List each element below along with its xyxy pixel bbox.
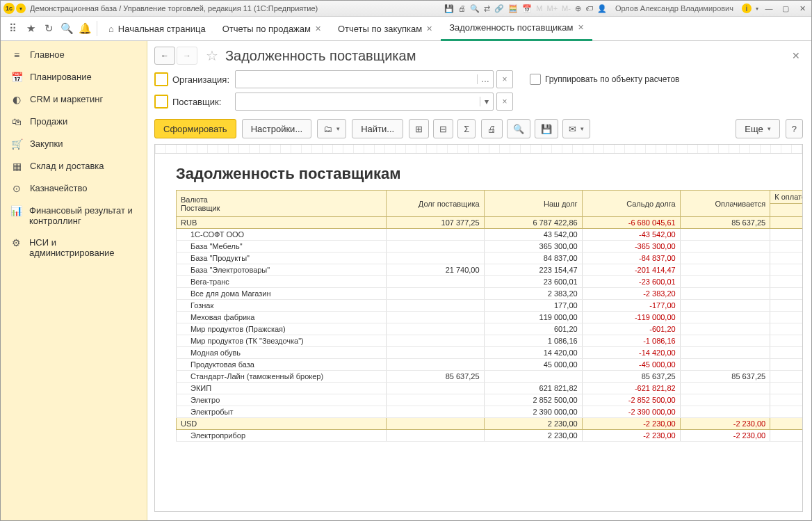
sidebar-item-5[interactable]: ▦Склад и доставка (1, 155, 147, 177)
table-row[interactable]: Модная обувь14 420,00-14 420,0014 420,00 (177, 347, 804, 359)
bell-icon[interactable]: 🔔 (76, 19, 94, 38)
sum-button[interactable]: Σ (457, 119, 476, 138)
page-close-button[interactable]: ✕ (789, 47, 803, 64)
sidebar-icon: ▦ (10, 161, 23, 172)
memory-m-icon[interactable]: M (536, 4, 542, 13)
titlebar: 1c ▾ Демонстрационная база / Управление … (1, 1, 811, 17)
table-row[interactable]: База "Мебель"365 300,00-365 300,00365 30… (177, 241, 804, 253)
supplier-clear-button[interactable]: × (496, 93, 513, 111)
org-select-button[interactable]: … (477, 74, 493, 84)
generate-button[interactable]: Сформировать (154, 119, 236, 138)
table-row[interactable]: Мир продуктов (Пражская)601,20-601,20601… (177, 323, 804, 335)
collapse-button[interactable]: ⊟ (433, 119, 453, 138)
sidebar-item-7[interactable]: 📊Финансовый результат и контроллинг (1, 200, 147, 232)
table-row[interactable]: Все для дома Магазин2 383,20-2 383,202 3… (177, 288, 804, 300)
sidebar-item-4[interactable]: 🛒Закупки (1, 133, 147, 155)
page-title: Задолженность поставщикам (225, 48, 416, 64)
sidebar-item-3[interactable]: 🛍Продажи (1, 111, 147, 133)
save-icon[interactable]: 💾 (444, 4, 454, 13)
memory-mplus-icon[interactable]: M+ (547, 4, 558, 13)
tab-supplier-debt[interactable]: Задолженность поставщикам✕ (441, 16, 592, 41)
org-label: Организация: (172, 74, 235, 85)
nav-back-button[interactable]: ← (154, 47, 175, 65)
table-row[interactable]: Гознак177,00-177,00177,00 (177, 300, 804, 312)
settings-button[interactable]: Настройки... (242, 119, 312, 138)
table-row[interactable]: База "Электротовары"21 740,00223 154,47-… (177, 264, 804, 276)
preview-button[interactable]: 🔍 (507, 119, 530, 138)
table-row[interactable]: USD2 230,00-2 230,00-2 230,002 230,00 (177, 418, 804, 430)
home-icon: ⌂ (108, 24, 114, 34)
table-row[interactable]: Стандарт-Лайн (таможенный брокер)85 637,… (177, 371, 804, 383)
app-menu-dropdown[interactable]: ▾ (16, 3, 26, 13)
zoom-icon[interactable]: ⊕ (575, 4, 581, 13)
compare-icon[interactable]: ⇄ (484, 4, 490, 13)
user-name[interactable]: Орлов Александр Владимирович (615, 4, 733, 13)
tab-purchase-reports[interactable]: Отчеты по закупкам✕ (330, 17, 441, 40)
tab-sales-reports[interactable]: Отчеты по продажам✕ (214, 17, 330, 40)
close-icon[interactable]: ✕ (315, 24, 321, 33)
close-icon[interactable]: ✕ (426, 24, 432, 33)
minimize-button[interactable]: — (763, 4, 775, 13)
sidebar-item-0[interactable]: ≡Главное (1, 44, 147, 66)
link-icon[interactable]: 🔗 (494, 4, 504, 13)
table-row[interactable]: RUB107 377,256 787 422,86-6 680 045,6185… (177, 217, 804, 229)
print-icon[interactable]: 🖨 (458, 4, 466, 13)
supplier-checkbox[interactable] (154, 95, 168, 109)
org-checkbox[interactable] (154, 72, 168, 86)
sidebar-item-8[interactable]: ⚙НСИ и администрирование (1, 232, 147, 264)
supplier-input[interactable] (236, 97, 480, 106)
apps-icon[interactable]: ⠿ (3, 19, 22, 38)
org-combo[interactable]: … (235, 70, 494, 88)
find-button[interactable]: Найти... (352, 119, 403, 138)
main: ← → ☆ Задолженность поставщикам ✕ Органи… (147, 41, 811, 520)
nav-forward-button[interactable]: → (177, 47, 197, 65)
sidebar-icon: ◐ (10, 94, 23, 105)
group-checkbox-wrap[interactable]: Группировать по объекту расчетов (530, 74, 679, 85)
sidebar-item-label: CRM и маркетинг (30, 94, 103, 104)
close-window-button[interactable]: ✕ (796, 4, 809, 13)
org-clear-button[interactable]: × (496, 70, 513, 88)
sidebar-item-6[interactable]: ⊙Казначейство (1, 177, 147, 200)
info-icon[interactable]: i (742, 3, 752, 13)
email-button[interactable]: ✉▾ (562, 119, 590, 138)
supplier-dropdown-button[interactable]: ▾ (480, 97, 493, 106)
sidebar-item-1[interactable]: 📅Планирование (1, 66, 147, 88)
table-row[interactable]: Электроприбор2 230,00-2 230,00-2 230,002… (177, 430, 804, 442)
favorites-icon[interactable]: 🏷 (585, 4, 593, 13)
table-row[interactable]: Электро2 852 500,00-2 852 500,002 868 90… (177, 394, 804, 406)
calc-icon[interactable]: 🧮 (508, 4, 518, 13)
report-area[interactable]: Задолженность поставщикам ВалютаПоставщи… (154, 144, 803, 512)
sidebar-item-2[interactable]: ◐CRM и маркетинг (1, 88, 147, 111)
table-row[interactable]: База "Продукты"84 837,00-84 837,0084 837… (177, 253, 804, 264)
table-row[interactable]: 1С-СОФТ ООО43 542,00-43 542,0043 542,00 (177, 229, 804, 241)
table-row[interactable]: Вега-транс23 600,01-23 600,0123 600,01 (177, 276, 804, 288)
table-row[interactable]: Электробыт2 390 000,00-2 390 000,007 450… (177, 406, 804, 418)
memory-mminus-icon[interactable]: M- (562, 4, 571, 13)
filter-panel: Организация: … × Группировать по объекту… (147, 69, 811, 116)
table-row[interactable]: ЭКИП621 821,82-621 821,82621 821,82 (177, 383, 804, 394)
supplier-combo[interactable]: ▾ (235, 93, 494, 111)
tab-home[interactable]: ⌂ Начальная страница (100, 17, 214, 40)
org-input[interactable] (236, 74, 477, 84)
print-button[interactable]: 🖨 (481, 119, 503, 138)
favorite-star-icon[interactable]: ☆ (206, 47, 218, 64)
search-icon[interactable]: 🔍 (58, 19, 76, 38)
more-button[interactable]: Еще▾ (736, 119, 779, 138)
group-checkbox[interactable] (530, 74, 541, 85)
table-row[interactable]: Меховая фабрика119 000,00-119 000,00119 … (177, 312, 804, 323)
history-icon[interactable]: ↻ (40, 19, 58, 38)
preview-icon[interactable]: 🔍 (470, 4, 480, 13)
help-button[interactable]: ? (786, 119, 803, 138)
calendar-icon[interactable]: 📅 (522, 4, 532, 13)
save-report-button[interactable]: 💾 (535, 119, 558, 138)
star-icon[interactable]: ★ (22, 19, 40, 38)
table-row[interactable]: Мир продуктов (ТК "Звездочка")1 086,16-1… (177, 335, 804, 347)
table-row[interactable]: Продуктовая база45 000,00-45 000,0045 00… (177, 359, 804, 371)
close-icon[interactable]: ✕ (578, 23, 584, 32)
maximize-button[interactable]: ▢ (779, 4, 792, 13)
sidebar-item-label: Главное (30, 49, 65, 60)
variants-button[interactable]: 🗂▾ (317, 119, 346, 138)
sidebar-item-label: Продажи (30, 116, 67, 127)
expand-button[interactable]: ⊞ (409, 119, 429, 138)
info-dropdown[interactable]: ▾ (756, 6, 758, 12)
